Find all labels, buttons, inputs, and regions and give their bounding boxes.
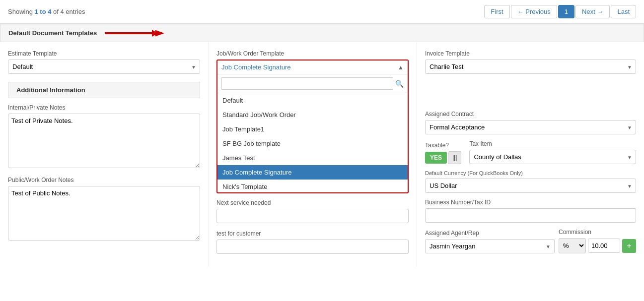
invoice-template-select[interactable]: Charlie Test (425, 60, 636, 74)
estimate-template-select-wrapper[interactable]: Default (8, 60, 200, 74)
assigned-contract-field: Assigned Contract Formal Acceptance (425, 111, 636, 134)
currency-field: Default Currency (For QuickBooks Only) U… (425, 170, 636, 193)
middle-column: Job/Work Order Template Job Complete Sig… (209, 42, 417, 266)
public-notes-textarea[interactable]: Test of Public Notes. (8, 186, 200, 241)
estimate-template-label: Estimate Template (8, 50, 200, 57)
currency-select-wrapper[interactable]: US Dollar (425, 179, 636, 193)
public-notes-field: Public/Work Order Notes Test of Public N… (8, 177, 200, 242)
taxable-yes-button[interactable]: YES (425, 152, 447, 164)
currency-label: Default Currency (For QuickBooks Only) (425, 170, 636, 176)
dropdown-item-default[interactable]: Default (217, 93, 408, 108)
internal-notes-textarea[interactable]: Test of Private Notes. (8, 114, 200, 168)
showing-entries: Showing 1 to 4 of 4 entries (8, 8, 85, 15)
red-arrow-icon (105, 30, 164, 37)
taxable-group: Taxable? YES ||| (425, 142, 461, 164)
dropdown-item-template1[interactable]: Job Template1 (217, 122, 408, 136)
section-header-title: Default Document Templates (8, 29, 97, 37)
commission-group: Commission % + (559, 229, 636, 253)
page-1-button[interactable]: 1 (558, 5, 574, 18)
showing-range: 1 to 4 (34, 8, 51, 15)
tax-item-group: Tax Item County of Dallas (469, 140, 636, 164)
plus-icon: + (627, 241, 631, 250)
showing-of: of 4 entries (51, 8, 85, 15)
tax-item-select-wrapper[interactable]: County of Dallas (469, 150, 636, 164)
agent-commission-row: Assigned Agent/Rep Jasmin Yeargan Commis… (425, 229, 636, 253)
showing-label: Showing (8, 8, 34, 15)
job-work-order-field: Job/Work Order Template Job Complete Sig… (216, 50, 409, 193)
public-notes-label: Public/Work Order Notes (8, 177, 200, 183)
business-number-label: Business Number/Tax ID (425, 199, 636, 206)
main-layout: Estimate Template Default Additional Inf… (0, 42, 644, 266)
commission-type-select[interactable]: % (559, 238, 586, 253)
taxable-row: Taxable? YES ||| Tax Item County of Dall… (425, 140, 636, 164)
test-customer-input[interactable] (216, 240, 409, 254)
dropdown-search-input[interactable] (221, 77, 393, 90)
dropdown-item-sfbg[interactable]: SF BG Job template (217, 136, 408, 151)
agent-select-wrapper[interactable]: Jasmin Yeargan (425, 239, 555, 253)
dropdown-search-box: 🔍 (217, 74, 408, 93)
dropdown-up-arrow-icon: ▲ (398, 64, 404, 71)
section-header: Default Document Templates (0, 24, 644, 42)
dropdown-item-nicks[interactable]: Nick's Template (217, 180, 408, 192)
svg-marker-1 (155, 30, 164, 36)
top-bar: Showing 1 to 4 of 4 entries First ← Prev… (0, 0, 644, 24)
dropdown-item-james[interactable]: James Test (217, 151, 408, 165)
dropdown-selected-text: Job Complete Signature (221, 63, 290, 71)
commission-label: Commission (559, 229, 636, 236)
search-icon: 🔍 (395, 80, 404, 88)
previous-button[interactable]: ← Previous (511, 5, 557, 18)
invoice-template-select-wrapper[interactable]: Charlie Test (425, 60, 636, 74)
business-number-input[interactable] (425, 208, 636, 223)
estimate-template-field: Estimate Template Default (8, 50, 200, 74)
last-button[interactable]: Last (611, 5, 636, 18)
left-column: Estimate Template Default Additional Inf… (0, 42, 209, 266)
invoice-template-label: Invoice Template (425, 50, 636, 57)
taxable-bar-button[interactable]: ||| (448, 151, 461, 164)
invoice-template-field: Invoice Template Charlie Test (425, 50, 636, 74)
next-service-label: Next service needed (216, 199, 409, 206)
internal-notes-field: Internal/Private Notes Test of Private N… (8, 104, 200, 170)
tax-item-select[interactable]: County of Dallas (469, 150, 636, 164)
right-column-spacer (425, 81, 636, 111)
test-customer-field: test for customer (216, 230, 409, 254)
dropdown-item-job-complete[interactable]: Job Complete Signature (217, 165, 408, 180)
business-number-field: Business Number/Tax ID (425, 199, 636, 223)
dropdown-header[interactable]: Job Complete Signature ▲ (217, 60, 408, 74)
next-service-field: Next service needed (216, 199, 409, 223)
pagination-controls: First ← Previous 1 Next → Last (484, 5, 636, 18)
first-button[interactable]: First (484, 5, 509, 18)
dropdown-item-standard[interactable]: Standard Job/Work Order (217, 108, 408, 122)
dropdown-list: Default Standard Job/Work Order Job Temp… (217, 93, 408, 192)
commission-add-button[interactable]: + (622, 239, 636, 253)
commission-amount-input[interactable] (588, 239, 620, 253)
test-customer-label: test for customer (216, 230, 409, 237)
assigned-contract-label: Assigned Contract (425, 111, 636, 118)
internal-notes-label: Internal/Private Notes (8, 104, 200, 111)
job-work-order-dropdown: Job Complete Signature ▲ 🔍 Default Stand… (216, 60, 409, 193)
agent-label: Assigned Agent/Rep (425, 230, 555, 237)
job-work-order-label: Job/Work Order Template (216, 50, 409, 57)
estimate-template-select[interactable]: Default (8, 60, 200, 74)
tax-item-label: Tax Item (469, 140, 636, 147)
agent-select[interactable]: Jasmin Yeargan (425, 239, 555, 253)
currency-select[interactable]: US Dollar (425, 179, 636, 193)
right-column: Invoice Template Charlie Test Assigned C… (417, 42, 644, 266)
next-service-input[interactable] (216, 209, 409, 223)
assigned-contract-select-wrapper[interactable]: Formal Acceptance (425, 120, 636, 134)
additional-info-header: Additional Information (8, 82, 200, 98)
assigned-contract-select[interactable]: Formal Acceptance (425, 120, 636, 134)
next-button[interactable]: Next → (575, 5, 610, 18)
agent-field: Assigned Agent/Rep Jasmin Yeargan (425, 230, 555, 253)
taxable-label: Taxable? (425, 142, 461, 149)
